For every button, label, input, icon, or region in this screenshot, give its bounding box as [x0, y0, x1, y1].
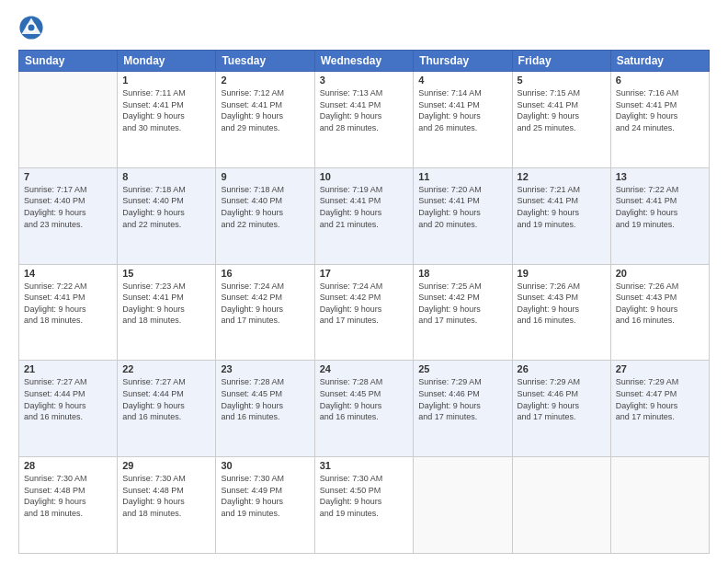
day-info: Sunrise: 7:12 AM Sunset: 4:41 PM Dayligh…	[221, 87, 309, 133]
week-row-1: 7Sunrise: 7:17 AM Sunset: 4:40 PM Daylig…	[19, 167, 710, 264]
week-row-0: 1Sunrise: 7:11 AM Sunset: 4:41 PM Daylig…	[19, 72, 710, 168]
calendar-cell: 25Sunrise: 7:29 AM Sunset: 4:46 PM Dayli…	[414, 361, 512, 457]
page: SundayMondayTuesdayWednesdayThursdayFrid…	[0, 0, 728, 563]
day-number: 22	[122, 363, 210, 374]
day-number: 16	[221, 268, 309, 279]
calendar-cell: 12Sunrise: 7:21 AM Sunset: 4:41 PM Dayli…	[512, 167, 610, 264]
day-number: 13	[616, 171, 704, 182]
day-info: Sunrise: 7:23 AM Sunset: 4:41 PM Dayligh…	[122, 281, 210, 327]
header-cell-monday: Monday	[118, 51, 216, 72]
header-row: SundayMondayTuesdayWednesdayThursdayFrid…	[19, 51, 710, 72]
day-number: 9	[221, 171, 309, 182]
header-cell-saturday: Saturday	[610, 51, 709, 72]
day-info: Sunrise: 7:18 AM Sunset: 4:40 PM Dayligh…	[122, 184, 210, 230]
day-info: Sunrise: 7:22 AM Sunset: 4:41 PM Dayligh…	[24, 281, 112, 327]
calendar-cell: 30Sunrise: 7:30 AM Sunset: 4:49 PM Dayli…	[216, 457, 314, 554]
calendar-table: SundayMondayTuesdayWednesdayThursdayFrid…	[18, 50, 710, 554]
header	[18, 15, 710, 40]
week-row-2: 14Sunrise: 7:22 AM Sunset: 4:41 PM Dayli…	[19, 264, 710, 361]
header-cell-thursday: Thursday	[414, 51, 512, 72]
day-number: 17	[320, 268, 409, 279]
calendar-cell: 23Sunrise: 7:28 AM Sunset: 4:45 PM Dayli…	[216, 361, 314, 457]
calendar-cell: 27Sunrise: 7:29 AM Sunset: 4:47 PM Dayli…	[610, 361, 709, 457]
day-info: Sunrise: 7:29 AM Sunset: 4:46 PM Dayligh…	[518, 376, 606, 422]
logo-icon	[18, 15, 44, 40]
svg-point-3	[28, 25, 35, 31]
day-number: 15	[122, 268, 210, 279]
day-info: Sunrise: 7:30 AM Sunset: 4:48 PM Dayligh…	[24, 473, 112, 519]
day-info: Sunrise: 7:21 AM Sunset: 4:41 PM Dayligh…	[518, 184, 606, 230]
calendar-cell: 16Sunrise: 7:24 AM Sunset: 4:42 PM Dayli…	[216, 264, 314, 361]
day-number: 25	[418, 363, 506, 374]
day-info: Sunrise: 7:30 AM Sunset: 4:50 PM Dayligh…	[320, 473, 409, 519]
day-info: Sunrise: 7:27 AM Sunset: 4:44 PM Dayligh…	[24, 376, 112, 422]
day-info: Sunrise: 7:24 AM Sunset: 4:42 PM Dayligh…	[320, 281, 409, 327]
header-cell-sunday: Sunday	[19, 51, 118, 72]
day-info: Sunrise: 7:13 AM Sunset: 4:41 PM Dayligh…	[320, 87, 409, 133]
calendar-cell: 10Sunrise: 7:19 AM Sunset: 4:41 PM Dayli…	[314, 167, 414, 264]
day-number: 11	[418, 171, 506, 182]
calendar-cell: 20Sunrise: 7:26 AM Sunset: 4:43 PM Dayli…	[610, 264, 709, 361]
day-number: 2	[221, 75, 309, 86]
calendar-cell	[19, 72, 118, 168]
day-number: 1	[122, 75, 210, 86]
calendar-cell	[610, 457, 709, 554]
day-number: 7	[24, 171, 112, 182]
day-number: 18	[418, 268, 506, 279]
calendar-cell	[512, 457, 610, 554]
calendar-cell: 19Sunrise: 7:26 AM Sunset: 4:43 PM Dayli…	[512, 264, 610, 361]
day-info: Sunrise: 7:20 AM Sunset: 4:41 PM Dayligh…	[418, 184, 506, 230]
calendar-cell: 7Sunrise: 7:17 AM Sunset: 4:40 PM Daylig…	[19, 167, 118, 264]
calendar-cell: 4Sunrise: 7:14 AM Sunset: 4:41 PM Daylig…	[414, 72, 512, 168]
day-info: Sunrise: 7:26 AM Sunset: 4:43 PM Dayligh…	[518, 281, 606, 327]
calendar-cell: 14Sunrise: 7:22 AM Sunset: 4:41 PM Dayli…	[19, 264, 118, 361]
logo	[18, 15, 46, 40]
day-number: 20	[616, 268, 704, 279]
day-number: 19	[518, 268, 606, 279]
calendar-cell: 21Sunrise: 7:27 AM Sunset: 4:44 PM Dayli…	[19, 361, 118, 457]
day-number: 12	[518, 171, 606, 182]
calendar-cell	[414, 457, 512, 554]
day-info: Sunrise: 7:22 AM Sunset: 4:41 PM Dayligh…	[616, 184, 704, 230]
day-info: Sunrise: 7:28 AM Sunset: 4:45 PM Dayligh…	[221, 376, 309, 422]
day-number: 21	[24, 363, 112, 374]
day-number: 8	[122, 171, 210, 182]
calendar-cell: 31Sunrise: 7:30 AM Sunset: 4:50 PM Dayli…	[314, 457, 414, 554]
day-number: 14	[24, 268, 112, 279]
day-number: 23	[221, 363, 309, 374]
day-info: Sunrise: 7:15 AM Sunset: 4:41 PM Dayligh…	[518, 87, 606, 133]
day-number: 28	[24, 460, 112, 471]
week-row-3: 21Sunrise: 7:27 AM Sunset: 4:44 PM Dayli…	[19, 361, 710, 457]
calendar-cell: 1Sunrise: 7:11 AM Sunset: 4:41 PM Daylig…	[118, 72, 216, 168]
calendar-cell: 13Sunrise: 7:22 AM Sunset: 4:41 PM Dayli…	[610, 167, 709, 264]
calendar-cell: 29Sunrise: 7:30 AM Sunset: 4:48 PM Dayli…	[118, 457, 216, 554]
header-cell-tuesday: Tuesday	[216, 51, 314, 72]
day-number: 26	[518, 363, 606, 374]
calendar-cell: 2Sunrise: 7:12 AM Sunset: 4:41 PM Daylig…	[216, 72, 314, 168]
day-info: Sunrise: 7:16 AM Sunset: 4:41 PM Dayligh…	[616, 87, 704, 133]
calendar-body: 1Sunrise: 7:11 AM Sunset: 4:41 PM Daylig…	[19, 72, 710, 554]
day-info: Sunrise: 7:28 AM Sunset: 4:45 PM Dayligh…	[320, 376, 409, 422]
header-cell-friday: Friday	[512, 51, 610, 72]
calendar-cell: 17Sunrise: 7:24 AM Sunset: 4:42 PM Dayli…	[314, 264, 414, 361]
day-info: Sunrise: 7:29 AM Sunset: 4:46 PM Dayligh…	[418, 376, 506, 422]
day-number: 29	[122, 460, 210, 471]
day-info: Sunrise: 7:17 AM Sunset: 4:40 PM Dayligh…	[24, 184, 112, 230]
calendar-cell: 5Sunrise: 7:15 AM Sunset: 4:41 PM Daylig…	[512, 72, 610, 168]
calendar-cell: 9Sunrise: 7:18 AM Sunset: 4:40 PM Daylig…	[216, 167, 314, 264]
day-number: 27	[616, 363, 704, 374]
calendar-cell: 22Sunrise: 7:27 AM Sunset: 4:44 PM Dayli…	[118, 361, 216, 457]
day-info: Sunrise: 7:11 AM Sunset: 4:41 PM Dayligh…	[122, 87, 210, 133]
day-info: Sunrise: 7:25 AM Sunset: 4:42 PM Dayligh…	[418, 281, 506, 327]
calendar-cell: 18Sunrise: 7:25 AM Sunset: 4:42 PM Dayli…	[414, 264, 512, 361]
calendar-cell: 24Sunrise: 7:28 AM Sunset: 4:45 PM Dayli…	[314, 361, 414, 457]
calendar-cell: 15Sunrise: 7:23 AM Sunset: 4:41 PM Dayli…	[118, 264, 216, 361]
calendar-cell: 26Sunrise: 7:29 AM Sunset: 4:46 PM Dayli…	[512, 361, 610, 457]
day-number: 6	[616, 75, 704, 86]
calendar-header: SundayMondayTuesdayWednesdayThursdayFrid…	[19, 51, 710, 72]
calendar-cell: 3Sunrise: 7:13 AM Sunset: 4:41 PM Daylig…	[314, 72, 414, 168]
day-info: Sunrise: 7:26 AM Sunset: 4:43 PM Dayligh…	[616, 281, 704, 327]
calendar-cell: 28Sunrise: 7:30 AM Sunset: 4:48 PM Dayli…	[19, 457, 118, 554]
header-cell-wednesday: Wednesday	[314, 51, 414, 72]
calendar-cell: 8Sunrise: 7:18 AM Sunset: 4:40 PM Daylig…	[118, 167, 216, 264]
